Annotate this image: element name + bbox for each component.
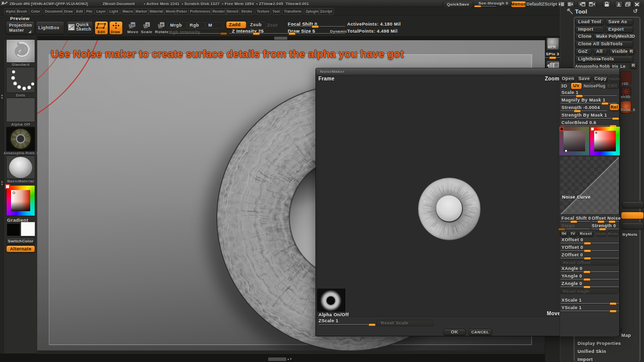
svg-text:S: S [146,23,149,27]
svg-text:M: M [131,23,135,27]
svg-text:R: R [160,23,164,27]
